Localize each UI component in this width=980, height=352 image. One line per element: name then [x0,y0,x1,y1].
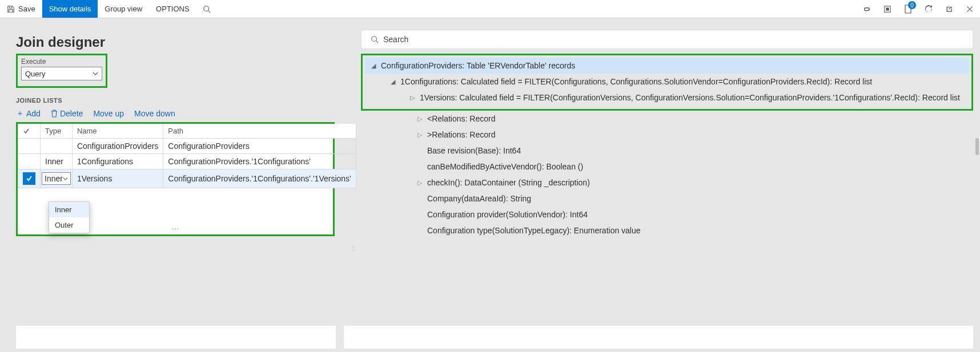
trash-icon [51,110,58,118]
svg-line-5 [376,41,379,43]
execute-value: Query [25,70,45,78]
tree-label: 1Configurations: Calculated field = FILT… [400,77,872,86]
chevron-down-icon [63,176,68,181]
tree-label: ConfigurationProviders: Table 'ERVendorT… [381,61,575,70]
scrollbar[interactable] [975,138,979,155]
search-button[interactable] [196,0,217,18]
notification-button[interactable]: 0 [898,0,918,18]
group-view-label: Group view [105,5,142,13]
popout-icon [945,5,953,13]
top-toolbar: Save Show details Group view OPTIONS 0 [0,0,980,18]
add-button[interactable]: ＋ Add [16,108,41,119]
more-rows-indicator: … [18,222,333,231]
tree-label: canBeModifiedByActiveVendor(): Boolean (… [427,162,583,171]
execute-group: Execute Query [16,54,107,88]
tree-node[interactable]: ◢ ConfigurationProviders: Table 'ERVendo… [365,58,969,74]
attach-button[interactable] [857,0,877,18]
chevron-down-icon [93,71,98,76]
move-up-label: Move up [93,109,124,118]
tree-search[interactable]: Search [361,30,973,49]
link-icon [862,5,871,14]
close-icon [966,5,974,13]
search-icon [203,5,211,13]
cell-type[interactable] [41,139,73,154]
delete-button[interactable]: Delete [51,108,83,119]
page-title: Join designer [16,34,348,50]
expand-icon[interactable]: ▷ [408,94,416,102]
tree-node[interactable]: ▷ 1Versions: Calculated field = FILTER(C… [365,90,969,106]
move-down-label: Move down [134,109,175,118]
svg-rect-3 [886,7,889,10]
expand-icon[interactable]: ▷ [416,179,424,187]
add-label: Add [26,109,41,118]
tree-node[interactable]: canBeModifiedByActiveVendor(): Boolean (… [388,159,973,175]
collapse-icon[interactable]: ◢ [369,62,377,70]
table-row[interactable]: Inner 1Versions ConfigurationProviders.'… [18,169,356,188]
tree-node[interactable]: ▷<Relations: Record [388,111,973,127]
search-placeholder: Search [383,35,408,44]
cell-path[interactable]: ConfigurationProviders.'1Configurations'… [163,169,356,188]
expand-icon[interactable]: ▷ [416,131,424,139]
footer-panels [16,326,973,349]
search-icon [371,35,379,43]
table-row[interactable]: Inner 1Configurations ConfigurationProvi… [18,154,356,169]
expand-icon[interactable]: ▷ [416,115,424,123]
tree-node[interactable]: ▷>Relations: Record [388,127,973,143]
grid-header-row: Type Name Path [18,124,356,139]
col-name[interactable]: Name [72,124,163,139]
row-selected-icon[interactable] [23,172,35,185]
tree-label: Configuration provider(SolutionVendor): … [427,210,588,219]
type-value: Inner [45,174,63,183]
cell-path[interactable]: ConfigurationProviders.'1Configurations' [163,154,356,169]
tree-node[interactable]: ▷checkIn(): DataContainer (String _descr… [388,175,973,191]
tree-node[interactable]: Base revision(Base): Int64 [388,143,973,159]
office-icon [883,5,891,13]
move-down-button[interactable]: Move down [134,108,175,119]
col-path[interactable]: Path [163,124,356,139]
office-button[interactable] [877,0,898,18]
svg-point-4 [372,37,377,42]
options-label: OPTIONS [156,5,190,13]
tree-node[interactable]: ◢ 1Configurations: Calculated field = FI… [365,74,969,90]
tree-label: Configuration type(SolutionTypeLegacy): … [427,226,641,235]
refresh-button[interactable] [918,0,939,18]
datasource-tree: ◢ ConfigurationProviders: Table 'ERVendo… [361,54,973,111]
svg-line-1 [208,10,210,13]
type-option-inner[interactable]: Inner [49,202,89,217]
move-up-button[interactable]: Move up [93,108,124,119]
tree-children: ▷<Relations: Record ▷>Relations: Record … [361,111,973,238]
select-all[interactable] [18,124,41,139]
tree-node[interactable]: Configuration type(SolutionTypeLegacy): … [388,222,973,238]
group-view-button[interactable]: Group view [98,0,149,18]
show-details-label: Show details [49,5,91,13]
save-label: Save [18,5,35,13]
joined-lists-heading: JOINED LISTS [16,97,348,104]
tree-node[interactable]: Company(dataAreaId): String [388,191,973,207]
popout-button[interactable] [939,0,959,18]
cell-name[interactable]: 1Versions [72,169,163,188]
svg-point-0 [203,6,208,11]
collapse-icon[interactable]: ◢ [389,78,397,86]
show-details-button[interactable]: Show details [42,0,98,18]
options-button[interactable]: OPTIONS [149,0,196,18]
tree-label: Base revision(Base): Int64 [427,146,521,155]
tree-node[interactable]: Configuration provider(SolutionVendor): … [388,207,973,222]
save-button[interactable]: Save [0,0,42,18]
refresh-icon [924,5,933,14]
close-button[interactable] [959,0,980,18]
cell-name[interactable]: 1Configurations [72,154,163,169]
tree-label: Company(dataAreaId): String [427,194,531,203]
tree-label: <Relations: Record [427,114,495,123]
joined-lists-grid: Type Name Path ConfigurationProviders Co… [16,122,335,236]
table-row[interactable]: ConfigurationProviders ConfigurationProv… [18,139,356,154]
footer-right [344,326,973,349]
cell-name[interactable]: ConfigurationProviders [72,139,163,154]
type-select[interactable]: Inner [42,172,71,185]
plus-icon: ＋ [16,108,24,119]
footer-left [16,326,336,349]
cell-path[interactable]: ConfigurationProviders [163,139,356,154]
execute-select[interactable]: Query [21,67,102,80]
cell-type[interactable]: Inner [41,154,73,169]
col-type[interactable]: Type [41,124,73,139]
tree-label: >Relations: Record [427,130,495,139]
